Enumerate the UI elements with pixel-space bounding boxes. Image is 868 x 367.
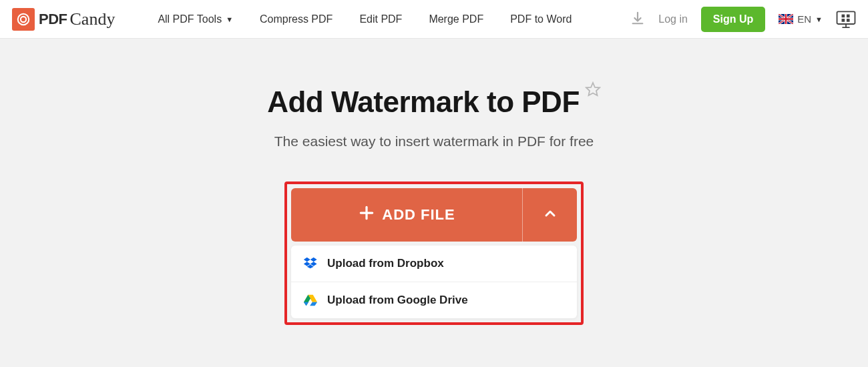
svg-rect-11 xyxy=(847,19,850,22)
upload-block: ADD FILE Upload from Dropbox Upload from… xyxy=(284,181,584,325)
nav-merge[interactable]: Merge PDF xyxy=(429,13,483,25)
header-right: Log in Sign Up EN ▼ xyxy=(630,7,856,32)
top-header: PDF Candy All PDF Tools ▼ Compress PDF E… xyxy=(0,0,868,39)
page-subtitle: The easiest way to insert watermark in P… xyxy=(0,133,868,149)
google-drive-icon xyxy=(303,293,318,308)
add-file-label: ADD FILE xyxy=(382,206,455,224)
logo-mark-icon xyxy=(12,8,35,31)
nav-compress[interactable]: Compress PDF xyxy=(260,13,333,25)
favorite-star-icon[interactable] xyxy=(585,81,601,100)
chevron-up-icon xyxy=(542,206,558,224)
desktop-app-icon[interactable] xyxy=(836,11,856,28)
main-content: Add Watermark to PDF The easiest way to … xyxy=(0,39,868,325)
svg-rect-10 xyxy=(842,19,845,22)
nav-all-tools-label: All PDF Tools xyxy=(158,13,222,25)
plus-icon xyxy=(358,204,375,226)
logo[interactable]: PDF Candy xyxy=(12,8,115,31)
svg-point-0 xyxy=(18,13,29,25)
upload-dropbox-label: Upload from Dropbox xyxy=(327,257,444,270)
upload-gdrive[interactable]: Upload from Google Drive xyxy=(291,282,577,318)
login-link[interactable]: Log in xyxy=(658,13,688,25)
caret-down-icon: ▼ xyxy=(226,15,233,23)
nav-edit[interactable]: Edit PDF xyxy=(359,13,402,25)
logo-text-pdf: PDF xyxy=(39,11,67,28)
flag-uk-icon xyxy=(779,14,793,24)
nav-all-tools[interactable]: All PDF Tools ▼ xyxy=(158,13,233,25)
page-title: Add Watermark to PDF xyxy=(267,85,580,119)
upload-gdrive-label: Upload from Google Drive xyxy=(327,294,468,307)
svg-marker-12 xyxy=(586,83,600,95)
nav-to-word[interactable]: PDF to Word xyxy=(510,13,572,25)
language-label: EN xyxy=(797,13,811,25)
download-icon[interactable] xyxy=(630,11,645,28)
add-file-button[interactable]: ADD FILE xyxy=(291,188,522,242)
svg-rect-7 xyxy=(837,11,855,24)
svg-rect-9 xyxy=(847,14,850,17)
svg-point-1 xyxy=(21,16,26,21)
signup-button[interactable]: Sign Up xyxy=(701,7,765,32)
add-file-toggle[interactable] xyxy=(522,188,577,242)
dropbox-icon xyxy=(303,256,318,271)
language-selector[interactable]: EN ▼ xyxy=(779,13,823,25)
svg-rect-6 xyxy=(779,18,793,19)
logo-text-candy: Candy xyxy=(70,9,116,29)
upload-dropbox[interactable]: Upload from Dropbox xyxy=(291,246,577,282)
main-nav: All PDF Tools ▼ Compress PDF Edit PDF Me… xyxy=(158,13,572,25)
svg-rect-8 xyxy=(842,14,845,17)
caret-down-icon: ▼ xyxy=(815,15,823,23)
upload-options: Upload from Dropbox Upload from Google D… xyxy=(291,246,577,318)
